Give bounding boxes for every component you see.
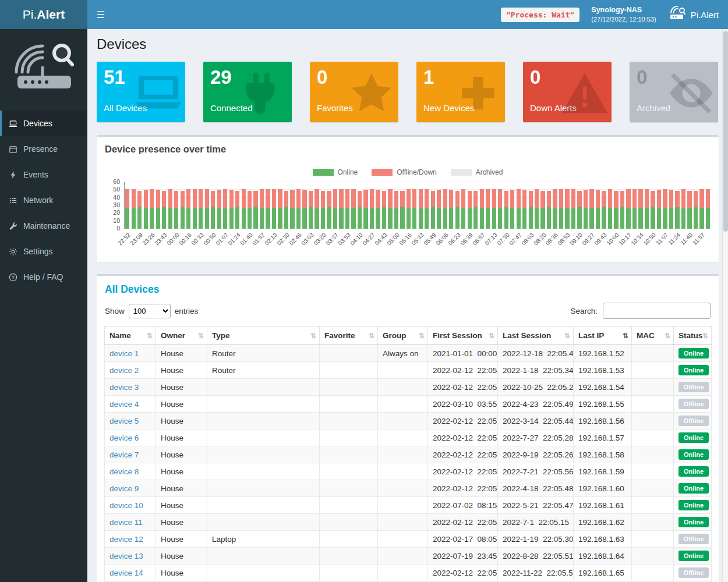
presence-bar (248, 191, 252, 229)
sidebar-item-maintenance[interactable]: Maintenance (0, 213, 87, 239)
presence-bar (266, 189, 270, 229)
sort-icon: ⇅ (623, 332, 628, 340)
presence-bar (626, 189, 630, 229)
legend-item-offline-down[interactable]: Offline/Down (372, 168, 436, 176)
process-status-badge: "Process: Wait" (501, 8, 579, 22)
cell-owner: House (156, 548, 207, 565)
column-header-last-session[interactable]: Last Session⇅ (498, 327, 574, 345)
device-link[interactable]: device 10 (109, 501, 143, 510)
status-badge: Offline (678, 416, 709, 426)
status-badge: Online (678, 348, 709, 359)
cell-favorite (320, 497, 378, 514)
sidebar-item-help-faq[interactable]: ?Help / FAQ (0, 264, 87, 290)
device-link[interactable]: device 14 (109, 569, 143, 577)
device-link[interactable]: device 12 (109, 535, 143, 544)
column-header-type[interactable]: Type⇅ (207, 327, 320, 345)
stat-card-favorites[interactable]: 0Favorites (310, 62, 398, 122)
navbar: ☰ "Process: Wait" Synology-NAS (27/12/20… (87, 0, 728, 29)
app-logo[interactable]: Pi.Alert (0, 0, 87, 29)
search-input[interactable] (603, 303, 711, 319)
presence-bar (412, 189, 416, 229)
y-axis-tick-label: 60 (113, 178, 120, 185)
presence-bar (296, 189, 301, 229)
sidebar-item-settings[interactable]: Settings (0, 239, 87, 264)
presence-chart-plot (124, 182, 711, 229)
presence-bar (602, 191, 606, 229)
chart-legend: OnlineOffline/DownArchived (104, 168, 711, 176)
presence-bar (205, 189, 209, 229)
device-link[interactable]: device 4 (109, 400, 139, 409)
legend-item-online[interactable]: Online (313, 168, 358, 176)
cell-first-session: 2022-02-12 22:05 (428, 379, 498, 396)
device-row: device 14House2022-02-12 22:052022-11-22… (105, 565, 712, 581)
column-header-name[interactable]: Name⇅ (105, 327, 156, 345)
cell-type (207, 497, 320, 514)
sort-icon: ⇅ (147, 332, 153, 340)
cell-first-session: 2022-02-12 22:05 (428, 463, 498, 480)
column-label: Name (109, 331, 131, 340)
presence-bar (675, 191, 679, 229)
status-badge: Online (678, 466, 709, 477)
stat-cards: 51All Devices29Connected0Favorites1New D… (97, 62, 719, 122)
column-header-first-session[interactable]: First Session⇅ (428, 327, 498, 345)
column-header-group[interactable]: Group⇅ (378, 327, 428, 345)
entries-select[interactable]: 100 (129, 304, 171, 318)
cell-first-session: 2022-02-12 22:05 (428, 413, 498, 430)
device-link[interactable]: device 11 (109, 518, 143, 527)
presence-bar (437, 190, 441, 229)
cell-status: Offline (674, 531, 712, 548)
stat-card-down-alerts[interactable]: 0Down Alerts (523, 62, 612, 122)
sidebar-item-network[interactable]: Network (0, 187, 87, 213)
device-row: device 11House2022-02-12 22:052022-7-1 2… (105, 514, 712, 531)
cell-favorite (320, 514, 378, 531)
cell-mac (632, 413, 674, 430)
presence-bar (699, 189, 704, 229)
device-row: device 2HouseRouter2022-02-12 22:052022-… (105, 362, 712, 379)
presence-bar (663, 189, 667, 229)
column-header-status[interactable]: Status⇅ (674, 327, 712, 345)
status-badge: Online (678, 483, 709, 494)
stat-card-new-devices[interactable]: 1New Devices (416, 62, 505, 122)
cell-owner: House (156, 379, 207, 396)
device-link[interactable]: device 8 (109, 467, 139, 476)
stat-card-all-devices[interactable]: 51All Devices (97, 62, 185, 122)
device-link[interactable]: device 3 (109, 383, 139, 392)
device-link[interactable]: device 1 (109, 349, 139, 358)
legend-swatch (313, 169, 334, 176)
presence-bar (492, 189, 496, 229)
column-header-mac[interactable]: MAC⇅ (632, 327, 674, 345)
cell-group (378, 430, 428, 446)
device-link[interactable]: device 7 (109, 450, 139, 459)
device-link[interactable]: device 13 (109, 552, 143, 560)
device-link[interactable]: device 5 (109, 417, 139, 425)
presence-bar (358, 191, 362, 229)
column-header-last-ip[interactable]: Last IP⇅ (574, 327, 632, 345)
table-header-row: Name⇅Owner⇅Type⇅Favorite⇅Group⇅First Ses… (105, 327, 712, 345)
cell-last-session: 2022-12-18 22:05.47 (498, 345, 574, 362)
presence-bar (571, 189, 575, 229)
presence-bar (174, 191, 178, 229)
device-link[interactable]: device 6 (109, 434, 139, 442)
scrollbar-thumb[interactable] (723, 31, 728, 232)
legend-item-archived[interactable]: Archived (451, 168, 503, 176)
presence-bar (235, 191, 239, 229)
cell-last-ip: 192.168.1.62 (574, 514, 632, 531)
sidebar-item-label: Maintenance (23, 221, 70, 230)
cell-first-session: 2021-01-01 00:00 (428, 345, 498, 362)
sidebar-item-devices[interactable]: Devices (0, 111, 87, 136)
device-link[interactable]: device 2 (109, 366, 139, 375)
page-scrollbar[interactable] (722, 29, 728, 582)
cell-type (207, 463, 320, 480)
column-header-owner[interactable]: Owner⇅ (156, 327, 207, 345)
column-header-favorite[interactable]: Favorite⇅ (320, 327, 378, 345)
stat-card-archived[interactable]: 0Archived (630, 62, 718, 122)
sidebar-item-events[interactable]: Events (0, 162, 87, 187)
device-link[interactable]: device 9 (109, 484, 139, 493)
presence-bar (193, 189, 197, 229)
stat-card-connected[interactable]: 29Connected (203, 62, 292, 122)
host-info: Synology-NAS (27/12/2022, 12:10:53) (591, 5, 656, 24)
sidebar-item-presence[interactable]: Presence (0, 136, 87, 162)
cell-name: device 3 (105, 379, 156, 396)
logo-text: Pi. (23, 8, 37, 22)
sidebar-toggle-button[interactable]: ☰ (87, 0, 114, 29)
